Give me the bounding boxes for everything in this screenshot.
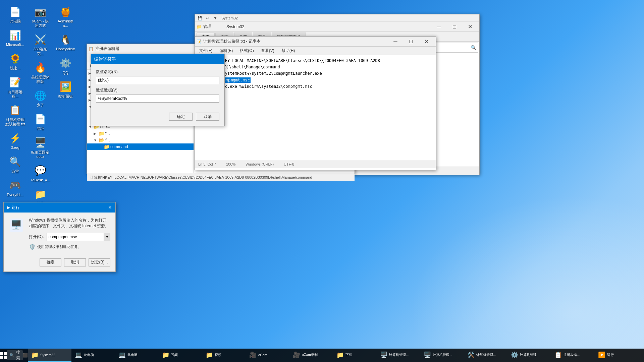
menu-help[interactable]: 帮助(H) [279,47,298,54]
taskbar-item-pc1[interactable]: 💻 此电脑 [71,349,115,362]
run-body: 🖥️ Windows 将根据你所输入的名称，为你打开相应的程序、文件夹、文档或 … [4,213,115,257]
icon-word[interactable]: 📄 此电脑 [3,3,27,25]
notepad-close-btn[interactable]: ✕ [419,37,434,47]
run-ok-btn[interactable]: 确定 [40,258,61,266]
icon-net[interactable]: 🌐 少了 [29,87,52,109]
icon-qq[interactable]: 🐧 HoneyView [54,31,77,53]
notepad-window: 📝 计算机管理默认路径.txt - 记事本 ─ □ ✕ 文件(F) 编辑(E) … [195,36,436,170]
explorer-maximize-btn[interactable]: □ [447,22,462,32]
edit-data-label: 数值数据(V): [96,87,219,93]
taskbar-item-mgmt2[interactable]: 🖥️ 计算机管理... [420,349,464,362]
edit-data-input[interactable] [96,95,219,103]
desktop-background [409,194,644,362]
notepad-content[interactable]: 默认路径 HKEY_LOCAL_MACHINE\SOFTWARE\Classes… [195,55,436,93]
notepad-maximize-btn[interactable]: □ [403,37,419,47]
search-icon[interactable]: 🔍 [471,45,476,50]
notepad-controls: ─ □ ✕ [388,37,434,47]
line4-value: mmc.exe %windir%\system32\compmgmt.msc [220,84,312,89]
taskbar-item-mgmt1[interactable]: 🖥️ 计算机管理... [377,349,420,362]
icon-todesk4[interactable]: 🖥️ IE主页固定 docx [29,134,52,161]
taskbar-item-mgmt3[interactable]: 🛠️ 计算机管理... [464,349,507,362]
quick-undo-btn[interactable]: ↩ [204,15,211,21]
line1-value: HKEY_LOCAL_MACHINE\SOFTWARE\Classes\CLSI… [198,58,382,69]
shield-icon: 🛡️ [29,244,36,250]
run-dialog: ▶ 运行 ✕ 🖥️ Windows 将根据你所输入的名称，为你打开相应的程序、文… [3,202,116,272]
icon-wechat[interactable]: 💬 ToDesk_4... [29,162,52,184]
edit-dialog-titlebar: 编辑字符串 [91,54,224,64]
windows-logo-icon [0,352,7,359]
icon-cpu[interactable]: 🖼️ 控制面板 [54,78,77,100]
taskbar-tray: 🛡️ 📶 🔊 🔋 中 Ai 🔔 19:59 [638,349,644,362]
edit-name-field: 数值名称(N): [96,69,219,84]
run-close-btn[interactable]: ✕ [108,205,112,210]
icon-everything[interactable]: 🔍 迅雷 [3,154,27,175]
notepad-title: 📝 计算机管理默认路径.txt - 记事本 [197,39,388,44]
explorer-minimize-btn[interactable]: ─ [431,22,447,32]
icon-360[interactable]: 📷 oCam - 快速方式 [29,3,52,29]
icon-thunder[interactable]: ⚡ 3.reg [3,130,27,152]
notepad-charset: UTF-8 [284,162,294,166]
menu-view[interactable]: 查看(V) [258,47,277,54]
edit-name-input[interactable] [96,76,219,84]
taskbar-item-video1[interactable]: 📁 视频 [159,349,202,362]
task-view-btn[interactable]: ⬛ [23,349,28,362]
taskbar-item-ocam2[interactable]: 🎥 oCam录制... [289,349,333,362]
run-dropdown-btn[interactable]: ▼ [104,233,110,241]
explorer-close-btn[interactable]: ✕ [462,22,478,32]
edit-dialog-title: 编辑字符串 [94,56,116,62]
taskbar-item-pc2[interactable]: 💻 此电脑 [115,349,159,362]
run-admin-label: 使用管理权限创建此任务。 [37,244,82,249]
explorer-title: 📁 管理 System32 [197,24,431,29]
task-view-icon: ⬛ [23,353,28,358]
quick-down-btn[interactable]: ▼ [212,15,219,21]
notepad-body[interactable]: 默认路径 HKEY_LOCAL_MACHINE\SOFTWARE\Classes… [195,55,436,160]
icon-honey[interactable]: 🍯 Administra... [54,3,77,29]
run-open-label: 打开(O): [29,234,44,240]
line2-value: %SystemRoot%\system32\CompMgmtLauncher.e… [220,71,322,76]
explorer-titlebar: 📁 管理 System32 ─ □ ✕ [195,22,479,32]
icon-fire[interactable]: 🔥 英雄联盟体験版 [29,59,52,85]
tree-item-command[interactable]: 📁 command [87,143,194,150]
menu-edit[interactable]: 编辑(E) [217,47,235,54]
taskbar-item-download[interactable]: 📁 下载 [333,349,377,362]
icon-wegame[interactable]: 🎮 Everythi... [3,177,27,199]
taskbar-item-run[interactable]: ▶️ 运行 [595,349,638,362]
quick-save-btn[interactable]: 💾 [197,15,203,21]
run-title: 运行 [12,205,20,210]
edit-dialog-body: 数值名称(N): 数值数据(V): [91,64,224,111]
notepad-minimize-btn[interactable]: ─ [388,37,403,47]
taskbar-item-system32[interactable]: 📁 System32 [28,349,71,362]
run-text-area: Windows 将根据你所输入的名称，为你打开相应的程序、文件夹、文档或 Int… [29,218,110,252]
notepad-zoom: 100% [226,162,235,166]
start-button[interactable] [0,349,7,362]
icon-3reg[interactable]: 📋 计算机管理默认路径.txt [3,102,27,128]
taskbar-item-mgmt4[interactable]: ⚙️ 计算机管理... [507,349,551,362]
notepad-statusbar: Ln 3, Col 7 100% Windows (CRLF) UTF-8 [195,160,436,168]
edit-dialog-cancel[interactable]: 取消 [196,113,219,121]
edit-data-field: 数值数据(V): [96,87,219,103]
icon-control[interactable]: ⚙️ QQ [54,55,77,77]
edit-dialog-ok[interactable]: 确定 [169,113,193,121]
icon-mgmt[interactable]: 📝 向日葵远程... [3,74,27,100]
icon-excel[interactable]: 📊 Microsoft... [3,27,27,49]
taskbar-item-regedit[interactable]: 📋 注册表编... [551,349,595,362]
icon-remote[interactable]: 🌻 新建... [3,50,27,72]
icon-fixdoc[interactable]: 📄 网络 [29,111,52,132]
run-icon: 🖥️ [9,218,24,233]
regedit-statusbar: 计算机\HKEY_LOCAL_MACHINE\SOFTWARE\Classes\… [87,173,355,181]
tree-item-f1[interactable]: ▶ 📁 f... [87,130,194,137]
taskbar-item-ocam1[interactable]: 🎥 oCam [246,349,289,362]
search-icon: 🔍 [9,353,14,358]
run-cancel-btn[interactable]: 取消 [64,258,86,266]
taskbar-item-video2[interactable]: 📁 视频 [202,349,246,362]
run-input-row: 打开(O): ▼ [29,233,110,241]
quick-access-toolbar: 💾 ↩ ▼ System32 [195,14,479,22]
menu-format[interactable]: 格式(O) [237,47,256,54]
taskbar-search[interactable]: 🔍 搜索 [7,350,23,360]
run-input[interactable] [47,233,110,241]
menu-file[interactable]: 文件(F) [197,47,215,54]
notepad-titlebar: 📝 计算机管理默认路径.txt - 记事本 ─ □ ✕ [195,37,436,47]
icon-hero[interactable]: ⚔️ 360达克克... [29,31,52,57]
run-browse-btn[interactable]: 浏览(B)... [89,258,110,266]
tree-item-f2[interactable]: ▼ 📂 f... [87,137,194,143]
